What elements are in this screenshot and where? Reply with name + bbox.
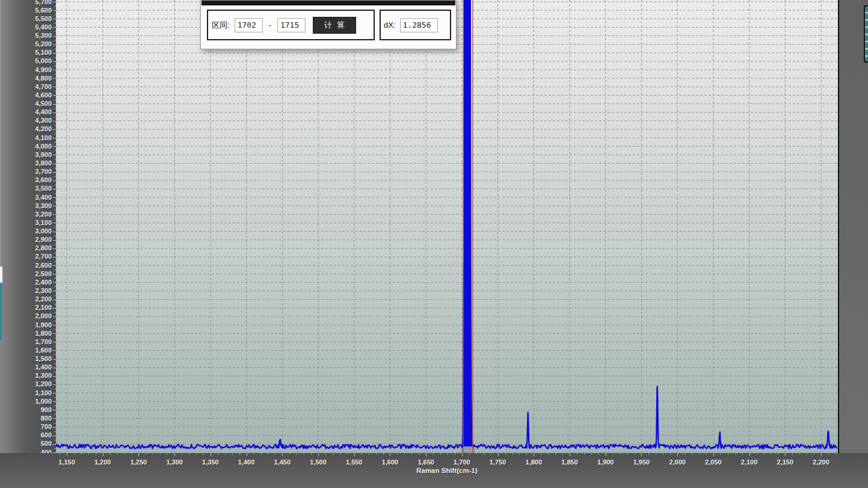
x-minor-tick [648, 453, 649, 455]
y-tick-mark [53, 45, 56, 45]
y-tick-mark [53, 78, 56, 79]
x-minor-tick [333, 453, 333, 455]
y-tick-mark [53, 19, 56, 19]
x-tick-mark [174, 453, 175, 456]
x-tick-label: 1,950 [623, 459, 659, 466]
y-tick-label: 4,400 [35, 108, 52, 116]
x-minor-tick [218, 453, 218, 455]
y-minor-tick [54, 380, 56, 381]
y-tick-mark [53, 95, 56, 96]
y-tick-mark [53, 265, 56, 266]
y-minor-tick [54, 278, 56, 279]
y-minor-tick [54, 117, 56, 117]
y-tick-mark [53, 206, 56, 206]
range-separator: - [269, 20, 271, 29]
x-tick-mark [821, 453, 822, 456]
x-tick-mark [247, 453, 247, 456]
x-minor-tick [74, 453, 75, 455]
x-minor-tick [132, 453, 132, 455]
y-tick-mark [53, 368, 56, 368]
right-edge-thumbnail[interactable] [864, 5, 868, 63]
x-tick-mark [67, 453, 67, 456]
y-tick-label: 2,100 [35, 304, 52, 312]
y-tick-label: 5,600 [35, 7, 52, 14]
y-minor-tick [54, 210, 56, 211]
x-minor-tick [88, 453, 89, 455]
marker-range-handle[interactable] [462, 448, 474, 453]
x-minor-tick [311, 453, 312, 455]
right-background-panel [839, 0, 868, 453]
y-tick-mark [53, 436, 56, 436]
x-tick-label: 2,100 [731, 459, 768, 466]
x-minor-tick [455, 453, 455, 455]
y-minor-tick [54, 329, 56, 330]
x-tick-mark [785, 453, 786, 456]
y-minor-tick [54, 270, 56, 270]
spectrum-canvas[interactable] [56, 0, 838, 453]
y-minor-tick [54, 100, 56, 100]
y-minor-tick [54, 295, 56, 296]
left-edge-window-sliver [0, 0, 2, 267]
spectrum-plot-area[interactable] [56, 0, 839, 454]
x-minor-tick [778, 453, 778, 455]
y-tick-label: 3,100 [35, 219, 52, 227]
x-minor-tick [469, 453, 470, 455]
x-minor-tick [189, 453, 189, 455]
y-minor-tick [54, 218, 56, 219]
x-minor-tick [117, 453, 118, 455]
x-tick-label: 1,850 [552, 459, 588, 466]
y-minor-tick [54, 168, 56, 168]
range-from-input[interactable] [235, 18, 263, 32]
y-minor-tick [54, 397, 56, 398]
left-edge-teal-strip [0, 283, 2, 340]
x-minor-tick [254, 453, 254, 455]
x-minor-tick [448, 453, 448, 455]
y-tick-mark [53, 308, 56, 309]
y-minor-tick [54, 338, 56, 338]
y-tick-label: 2,900 [35, 236, 52, 244]
y-tick-label: 4,100 [35, 134, 52, 142]
x-minor-tick [347, 453, 348, 455]
x-minor-tick [828, 453, 829, 455]
x-minor-tick [771, 453, 771, 455]
x-tick-label: 1,700 [444, 459, 480, 466]
y-tick-mark [53, 155, 56, 155]
y-minor-tick [54, 193, 56, 194]
x-minor-tick [411, 453, 412, 455]
x-minor-tick [96, 453, 96, 455]
x-minor-tick [261, 453, 262, 455]
measure-dialog[interactable]: 区间: - 计算 dX: [200, 0, 457, 49]
y-tick-mark [53, 36, 56, 37]
y-tick-mark [53, 181, 56, 181]
y-tick-label: 1,200 [35, 380, 52, 388]
y-tick-mark [53, 359, 56, 360]
x-minor-tick [706, 453, 707, 455]
x-minor-tick [340, 453, 340, 455]
x-tick-mark [713, 453, 714, 456]
x-minor-tick [792, 453, 793, 455]
y-tick-label: 3,200 [35, 211, 52, 218]
x-minor-tick [613, 453, 614, 455]
dx-value-field[interactable] [400, 18, 438, 32]
dx-label: dX: [384, 20, 396, 29]
x-tick-label: 1,300 [156, 459, 192, 466]
y-tick-mark [53, 410, 56, 410]
dialog-titlebar[interactable] [202, 1, 455, 5]
x-tick-label: 1,600 [372, 459, 408, 466]
range-to-input[interactable] [277, 18, 306, 32]
y-tick-label: 5,300 [35, 32, 52, 40]
y-tick-label: 1,700 [35, 338, 52, 346]
calculate-button[interactable]: 计算 [313, 17, 356, 34]
y-tick-mark [53, 214, 56, 215]
y-tick-mark [53, 401, 56, 402]
x-tick-mark [677, 453, 678, 456]
y-tick-mark [53, 342, 56, 342]
x-minor-tick [627, 453, 628, 455]
y-axis-panel: 4005006007008009001,0001,1001,2001,3001,… [0, 0, 56, 453]
x-minor-tick [182, 453, 182, 455]
x-tick-label: 1,800 [516, 459, 552, 466]
y-tick-label: 4,300 [35, 117, 52, 125]
x-minor-tick [369, 453, 369, 455]
y-tick-label: 1,500 [35, 355, 52, 363]
y-tick-label: 5,400 [35, 23, 52, 31]
